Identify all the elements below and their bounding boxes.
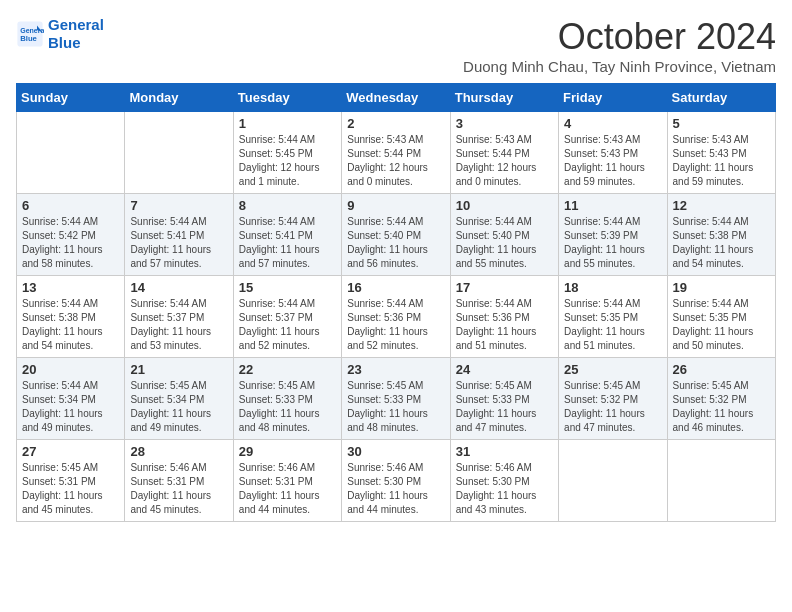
- day-content: Sunrise: 5:44 AMSunset: 5:39 PMDaylight:…: [564, 215, 661, 271]
- day-content: Sunrise: 5:44 AMSunset: 5:38 PMDaylight:…: [673, 215, 770, 271]
- day-content: Sunrise: 5:45 AMSunset: 5:34 PMDaylight:…: [130, 379, 227, 435]
- header-day-tuesday: Tuesday: [233, 84, 341, 112]
- day-number: 30: [347, 444, 444, 459]
- calendar-cell: 25Sunrise: 5:45 AMSunset: 5:32 PMDayligh…: [559, 358, 667, 440]
- logo-text: General Blue: [48, 16, 104, 52]
- calendar-cell: 16Sunrise: 5:44 AMSunset: 5:36 PMDayligh…: [342, 276, 450, 358]
- day-content: Sunrise: 5:44 AMSunset: 5:37 PMDaylight:…: [239, 297, 336, 353]
- day-number: 18: [564, 280, 661, 295]
- day-content: Sunrise: 5:44 AMSunset: 5:45 PMDaylight:…: [239, 133, 336, 189]
- calendar-week-row: 1Sunrise: 5:44 AMSunset: 5:45 PMDaylight…: [17, 112, 776, 194]
- calendar-cell: 18Sunrise: 5:44 AMSunset: 5:35 PMDayligh…: [559, 276, 667, 358]
- day-content: Sunrise: 5:45 AMSunset: 5:32 PMDaylight:…: [673, 379, 770, 435]
- day-content: Sunrise: 5:46 AMSunset: 5:30 PMDaylight:…: [456, 461, 553, 517]
- calendar-cell: 1Sunrise: 5:44 AMSunset: 5:45 PMDaylight…: [233, 112, 341, 194]
- calendar-cell: 6Sunrise: 5:44 AMSunset: 5:42 PMDaylight…: [17, 194, 125, 276]
- day-number: 8: [239, 198, 336, 213]
- calendar-cell: 13Sunrise: 5:44 AMSunset: 5:38 PMDayligh…: [17, 276, 125, 358]
- calendar-cell: [559, 440, 667, 522]
- calendar-week-row: 20Sunrise: 5:44 AMSunset: 5:34 PMDayligh…: [17, 358, 776, 440]
- day-content: Sunrise: 5:44 AMSunset: 5:38 PMDaylight:…: [22, 297, 119, 353]
- calendar-cell: 22Sunrise: 5:45 AMSunset: 5:33 PMDayligh…: [233, 358, 341, 440]
- location-subtitle: Duong Minh Chau, Tay Ninh Province, Viet…: [463, 58, 776, 75]
- title-area: October 2024 Duong Minh Chau, Tay Ninh P…: [463, 16, 776, 75]
- page-header: General Blue General Blue October 2024 D…: [16, 16, 776, 75]
- day-number: 20: [22, 362, 119, 377]
- day-content: Sunrise: 5:44 AMSunset: 5:35 PMDaylight:…: [564, 297, 661, 353]
- calendar-cell: [667, 440, 775, 522]
- calendar-cell: 2Sunrise: 5:43 AMSunset: 5:44 PMDaylight…: [342, 112, 450, 194]
- day-content: Sunrise: 5:44 AMSunset: 5:40 PMDaylight:…: [456, 215, 553, 271]
- calendar-cell: 20Sunrise: 5:44 AMSunset: 5:34 PMDayligh…: [17, 358, 125, 440]
- day-number: 16: [347, 280, 444, 295]
- day-content: Sunrise: 5:44 AMSunset: 5:35 PMDaylight:…: [673, 297, 770, 353]
- day-number: 26: [673, 362, 770, 377]
- day-number: 7: [130, 198, 227, 213]
- calendar-week-row: 6Sunrise: 5:44 AMSunset: 5:42 PMDaylight…: [17, 194, 776, 276]
- calendar-cell: 4Sunrise: 5:43 AMSunset: 5:43 PMDaylight…: [559, 112, 667, 194]
- logo: General Blue General Blue: [16, 16, 104, 52]
- svg-text:Blue: Blue: [20, 34, 37, 43]
- day-number: 15: [239, 280, 336, 295]
- header-day-monday: Monday: [125, 84, 233, 112]
- day-number: 14: [130, 280, 227, 295]
- calendar-week-row: 13Sunrise: 5:44 AMSunset: 5:38 PMDayligh…: [17, 276, 776, 358]
- day-content: Sunrise: 5:45 AMSunset: 5:33 PMDaylight:…: [456, 379, 553, 435]
- day-number: 13: [22, 280, 119, 295]
- day-number: 6: [22, 198, 119, 213]
- day-content: Sunrise: 5:44 AMSunset: 5:34 PMDaylight:…: [22, 379, 119, 435]
- day-content: Sunrise: 5:43 AMSunset: 5:43 PMDaylight:…: [564, 133, 661, 189]
- day-number: 24: [456, 362, 553, 377]
- day-content: Sunrise: 5:44 AMSunset: 5:36 PMDaylight:…: [456, 297, 553, 353]
- calendar-cell: 29Sunrise: 5:46 AMSunset: 5:31 PMDayligh…: [233, 440, 341, 522]
- calendar-cell: 10Sunrise: 5:44 AMSunset: 5:40 PMDayligh…: [450, 194, 558, 276]
- day-content: Sunrise: 5:43 AMSunset: 5:43 PMDaylight:…: [673, 133, 770, 189]
- header-day-friday: Friday: [559, 84, 667, 112]
- calendar-cell: 23Sunrise: 5:45 AMSunset: 5:33 PMDayligh…: [342, 358, 450, 440]
- calendar-cell: 12Sunrise: 5:44 AMSunset: 5:38 PMDayligh…: [667, 194, 775, 276]
- calendar-cell: 31Sunrise: 5:46 AMSunset: 5:30 PMDayligh…: [450, 440, 558, 522]
- header-day-wednesday: Wednesday: [342, 84, 450, 112]
- day-content: Sunrise: 5:43 AMSunset: 5:44 PMDaylight:…: [456, 133, 553, 189]
- calendar-cell: 3Sunrise: 5:43 AMSunset: 5:44 PMDaylight…: [450, 112, 558, 194]
- calendar-cell: 15Sunrise: 5:44 AMSunset: 5:37 PMDayligh…: [233, 276, 341, 358]
- day-content: Sunrise: 5:46 AMSunset: 5:30 PMDaylight:…: [347, 461, 444, 517]
- day-number: 4: [564, 116, 661, 131]
- day-number: 1: [239, 116, 336, 131]
- day-number: 12: [673, 198, 770, 213]
- calendar-cell: 28Sunrise: 5:46 AMSunset: 5:31 PMDayligh…: [125, 440, 233, 522]
- calendar-cell: 19Sunrise: 5:44 AMSunset: 5:35 PMDayligh…: [667, 276, 775, 358]
- day-content: Sunrise: 5:45 AMSunset: 5:31 PMDaylight:…: [22, 461, 119, 517]
- header-day-saturday: Saturday: [667, 84, 775, 112]
- calendar-cell: 5Sunrise: 5:43 AMSunset: 5:43 PMDaylight…: [667, 112, 775, 194]
- day-content: Sunrise: 5:44 AMSunset: 5:42 PMDaylight:…: [22, 215, 119, 271]
- calendar-cell: 8Sunrise: 5:44 AMSunset: 5:41 PMDaylight…: [233, 194, 341, 276]
- day-content: Sunrise: 5:45 AMSunset: 5:33 PMDaylight:…: [347, 379, 444, 435]
- day-number: 22: [239, 362, 336, 377]
- calendar-table: SundayMondayTuesdayWednesdayThursdayFrid…: [16, 83, 776, 522]
- day-number: 25: [564, 362, 661, 377]
- header-day-thursday: Thursday: [450, 84, 558, 112]
- day-number: 21: [130, 362, 227, 377]
- day-number: 28: [130, 444, 227, 459]
- header-day-sunday: Sunday: [17, 84, 125, 112]
- calendar-cell: 9Sunrise: 5:44 AMSunset: 5:40 PMDaylight…: [342, 194, 450, 276]
- calendar-cell: [125, 112, 233, 194]
- calendar-cell: 21Sunrise: 5:45 AMSunset: 5:34 PMDayligh…: [125, 358, 233, 440]
- calendar-cell: 14Sunrise: 5:44 AMSunset: 5:37 PMDayligh…: [125, 276, 233, 358]
- calendar-cell: 17Sunrise: 5:44 AMSunset: 5:36 PMDayligh…: [450, 276, 558, 358]
- day-number: 9: [347, 198, 444, 213]
- calendar-cell: 30Sunrise: 5:46 AMSunset: 5:30 PMDayligh…: [342, 440, 450, 522]
- day-number: 11: [564, 198, 661, 213]
- day-content: Sunrise: 5:45 AMSunset: 5:33 PMDaylight:…: [239, 379, 336, 435]
- day-number: 5: [673, 116, 770, 131]
- day-number: 27: [22, 444, 119, 459]
- calendar-cell: [17, 112, 125, 194]
- day-content: Sunrise: 5:44 AMSunset: 5:41 PMDaylight:…: [130, 215, 227, 271]
- calendar-cell: 11Sunrise: 5:44 AMSunset: 5:39 PMDayligh…: [559, 194, 667, 276]
- day-content: Sunrise: 5:46 AMSunset: 5:31 PMDaylight:…: [130, 461, 227, 517]
- calendar-week-row: 27Sunrise: 5:45 AMSunset: 5:31 PMDayligh…: [17, 440, 776, 522]
- calendar-header-row: SundayMondayTuesdayWednesdayThursdayFrid…: [17, 84, 776, 112]
- day-content: Sunrise: 5:44 AMSunset: 5:37 PMDaylight:…: [130, 297, 227, 353]
- day-content: Sunrise: 5:45 AMSunset: 5:32 PMDaylight:…: [564, 379, 661, 435]
